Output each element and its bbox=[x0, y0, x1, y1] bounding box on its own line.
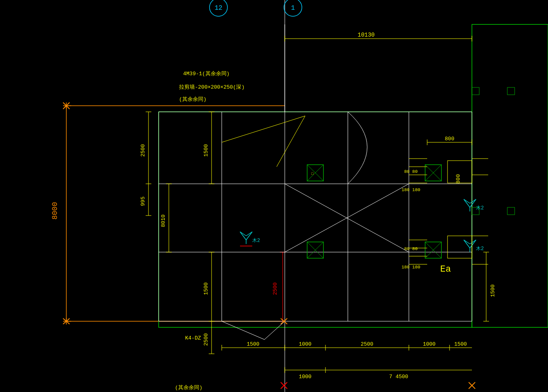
dim-1500-bot: 1500 bbox=[203, 282, 209, 295]
dim-180-180-bot: 180 180 bbox=[402, 265, 420, 270]
tree-label-1: 木2 bbox=[252, 238, 260, 244]
dim-8000-label: 8000 bbox=[51, 202, 59, 220]
dim-10130: 10130 bbox=[358, 32, 375, 38]
dim-1000-left: 1000 bbox=[299, 341, 311, 347]
ea-label: Ea bbox=[440, 264, 451, 274]
label-4m39: 4M39-1(其余余同) bbox=[183, 71, 229, 77]
tree-label-2: 木2 bbox=[476, 205, 484, 211]
dim-1500-right: 1500 bbox=[490, 284, 496, 297]
circle-1: 1 bbox=[291, 4, 295, 12]
dim-800-top: 800 bbox=[445, 136, 454, 142]
dim-1000-bottom: 1000 bbox=[299, 374, 311, 380]
dim-80-80-top: 80 80 bbox=[404, 169, 417, 174]
dim-1000-right: 1000 bbox=[423, 341, 435, 347]
dim-2500-bottom: 2500 bbox=[360, 341, 373, 347]
tree-label-3: 木2 bbox=[476, 246, 484, 252]
dim-1500-top: 1500 bbox=[203, 144, 209, 157]
dim-995: 995 bbox=[140, 196, 146, 206]
label-block2: (其余余同) bbox=[179, 96, 207, 102]
dim-8010: 8010 bbox=[160, 214, 166, 227]
dim-74500: 7 4500 bbox=[389, 374, 408, 380]
box-label-top: □ bbox=[311, 172, 314, 176]
dim-180-180-top: 180 180 bbox=[402, 187, 420, 192]
dim-1500-bottom-right: 1500 bbox=[454, 341, 467, 347]
label-block: 拉剪墙-200×200×250(深) bbox=[179, 84, 245, 90]
label-other-same-bottom: (其余余同) bbox=[175, 385, 203, 391]
cad-drawing: 8000 10130 2500 995 8010 1 bbox=[0, 0, 548, 392]
svg-rect-0 bbox=[0, 0, 548, 392]
label-k4dz: K4-DZ bbox=[185, 335, 201, 341]
dim-1500-bottom-left: 1500 bbox=[247, 341, 259, 347]
dim-800-right: 800 bbox=[455, 174, 461, 183]
dim-2500-vert-bot: 2500 bbox=[203, 333, 209, 346]
circle-12: 12 bbox=[214, 4, 222, 12]
dim-2500-red: 2500 bbox=[272, 282, 278, 295]
dim-2500-top: 2500 bbox=[140, 144, 146, 157]
